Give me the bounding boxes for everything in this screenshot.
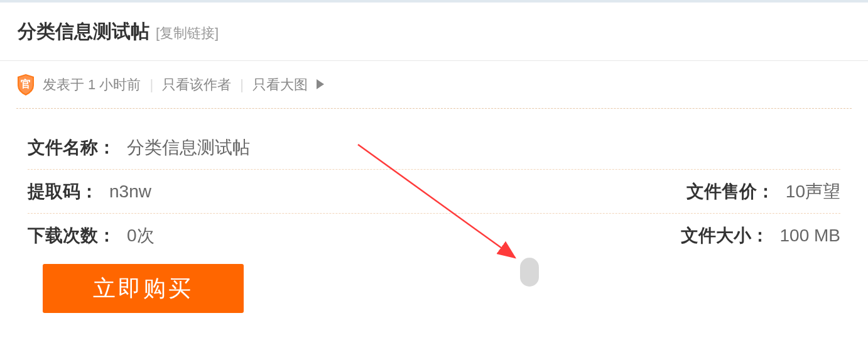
posted-at-text: 发表于 1 小时前 [43, 75, 141, 94]
svg-text:官: 官 [21, 78, 31, 89]
filename-value: 分类信息测试帖 [127, 136, 250, 160]
gray-pill-placeholder [520, 258, 539, 287]
big-image-label: 只看大图 [252, 77, 308, 92]
post-title: 分类信息测试帖 [18, 19, 149, 45]
code-value: n3nw [109, 182, 151, 202]
meta-separator: | [149, 77, 153, 93]
size-value: 100 MB [780, 226, 841, 246]
downloads-label: 下载次数： [28, 224, 116, 248]
post-header: 分类信息测试帖 [复制链接] [18, 19, 219, 45]
big-image-link[interactable]: 只看大图 [252, 75, 325, 94]
price-value: 10声望 [786, 180, 840, 204]
official-badge-icon: 官 [16, 74, 35, 96]
info-row-code-price: 提取码： n3nw 文件售价： 10声望 [28, 170, 840, 214]
copy-link-button[interactable]: [复制链接] [156, 24, 219, 43]
post-meta-row: 官 发表于 1 小时前 | 只看该作者 | 只看大图 [16, 74, 852, 109]
header-divider [0, 60, 868, 61]
info-row-filename: 文件名称： 分类信息测试帖 [28, 126, 840, 170]
downloads-value: 0次 [127, 224, 155, 248]
author-only-link[interactable]: 只看该作者 [162, 75, 231, 94]
info-row-downloads-size: 下载次数： 0次 文件大小： 100 MB [28, 214, 840, 258]
play-icon [317, 77, 325, 93]
size-label: 文件大小： [681, 224, 769, 248]
code-label: 提取码： [28, 180, 98, 204]
filename-label: 文件名称： [28, 136, 116, 160]
file-info-block: 文件名称： 分类信息测试帖 提取码： n3nw 文件售价： 10声望 下载次数：… [28, 126, 840, 258]
top-border [0, 0, 868, 3]
meta-separator: | [240, 77, 244, 93]
buy-now-button[interactable]: 立即购买 [43, 264, 244, 313]
price-label: 文件售价： [686, 180, 774, 204]
